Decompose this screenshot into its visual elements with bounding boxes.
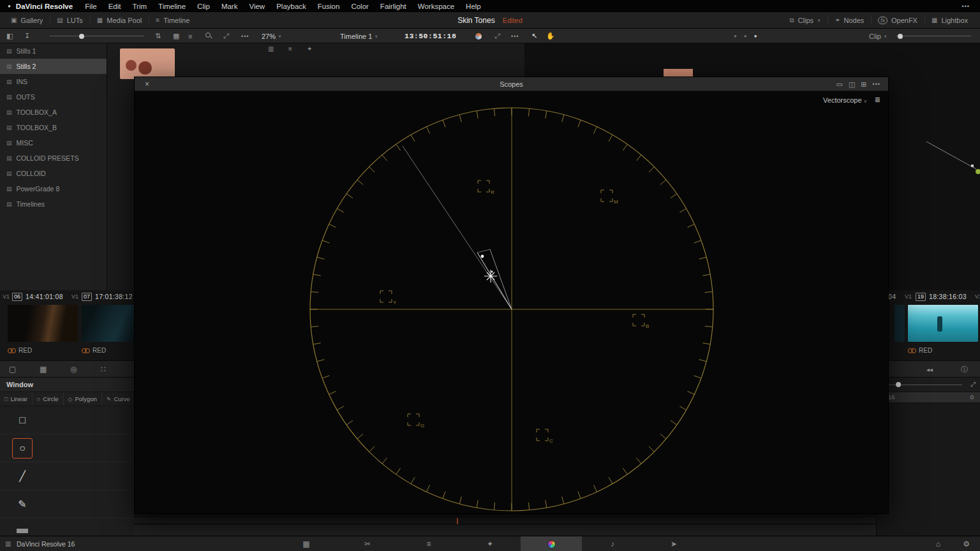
menubar-more-icon[interactable]: •••	[962, 3, 980, 10]
page-deliver[interactable]: ➤	[643, 536, 704, 551]
settings-gear-icon[interactable]: ⚙	[963, 536, 970, 551]
layout-split-icon[interactable]: ◫	[849, 77, 855, 91]
menu-mark[interactable]: Mark	[216, 3, 244, 10]
sidebar-item-timelines[interactable]: ▤Timelines	[0, 196, 107, 212]
grid-view-icon[interactable]: ▦	[173, 29, 179, 43]
grab-still-icon[interactable]: ↧	[24, 29, 30, 43]
sidebar-item-stills-2[interactable]: ▤Stills 2	[0, 59, 107, 74]
scope-mode-select[interactable]: Vectorscope ∨	[823, 96, 867, 104]
sidebar-item-misc[interactable]: ▤MISC	[0, 135, 107, 151]
window-preset-linear[interactable]: □Linear	[0, 392, 33, 406]
sidebar-item-colloid-presets[interactable]: ▤COLLOID PRESETS	[0, 151, 107, 166]
film-strip-icon[interactable]: ▥	[268, 45, 274, 52]
sidebar-item-toolbox-a[interactable]: ▤TOOLBOX_A	[0, 105, 107, 120]
still-thumbnail[interactable]	[120, 48, 175, 79]
window-shape-gradient[interactable]: ╱	[0, 462, 134, 490]
menu-playback[interactable]: Playback	[271, 3, 312, 10]
sidebar-item-toolbox-b[interactable]: ▤TOOLBOX_B	[0, 120, 107, 135]
layout-quad-icon[interactable]: ⊞	[861, 77, 866, 91]
menu-edit[interactable]: Edit	[103, 3, 127, 10]
menu-help[interactable]: Help	[460, 3, 487, 10]
window-shape-circle[interactable]: ○	[0, 434, 134, 462]
expand-icon[interactable]: ⤢	[223, 29, 229, 43]
zoom-select[interactable]: 27%∨	[262, 29, 281, 43]
sidebar-item-colloid[interactable]: ▤COLLOID	[0, 166, 107, 181]
close-icon[interactable]: ×	[145, 77, 149, 91]
grid-tool-icon[interactable]: ▦	[40, 361, 47, 378]
timeline-select[interactable]: Timeline 1∨	[340, 29, 378, 43]
sort-icon[interactable]: ⇅	[155, 29, 161, 43]
viewer-more-icon[interactable]: •••	[511, 29, 519, 43]
window-shape-pen[interactable]: ✎	[0, 490, 134, 518]
track-label: V1	[71, 293, 78, 300]
deliver-page-icon: ➤	[671, 540, 677, 548]
page-fairlight[interactable]: ♪	[582, 536, 643, 551]
qualifier-tool-icon[interactable]: ∷	[101, 361, 106, 378]
metadata-list-icon[interactable]: ≡	[288, 45, 292, 52]
menu-view[interactable]: View	[243, 3, 271, 10]
expand-icon[interactable]: ⤢	[970, 378, 976, 392]
menu-fusion[interactable]: Fusion	[312, 3, 346, 10]
window-preset-circle[interactable]: ○Circle	[33, 392, 64, 406]
menu-workspace[interactable]: Workspace	[412, 3, 460, 10]
link-icon	[82, 348, 90, 353]
list-view-icon[interactable]: ≡	[188, 29, 192, 43]
window-preset-polygon[interactable]: ◇Polygon	[64, 392, 102, 406]
rewind-icon[interactable]: ◂◂	[926, 361, 933, 378]
cursor-tool-icon[interactable]: ↖	[531, 29, 537, 43]
button-openfx[interactable]: fxOpenFX	[871, 12, 924, 28]
page-edit[interactable]: ≡	[398, 536, 459, 551]
slider-handle[interactable]	[898, 34, 903, 39]
clip-zoom-slider[interactable]	[896, 36, 971, 36]
sidebar-item-ins[interactable]: ▤INS	[0, 74, 107, 89]
color-boost-icon[interactable]	[475, 29, 482, 43]
tracker-tool-icon[interactable]: ◎	[70, 361, 77, 378]
clip-thumbnail[interactable]	[908, 305, 978, 342]
page-color[interactable]	[521, 536, 582, 551]
search-icon[interactable]	[205, 29, 212, 43]
sidebar-item-powergrade-8[interactable]: ▤PowerGrade 8	[0, 181, 107, 196]
slider-handle[interactable]	[896, 382, 901, 387]
info-icon[interactable]: ⓘ	[961, 361, 968, 378]
gallery-more-icon[interactable]: •••	[241, 29, 249, 43]
timeline-ruler[interactable]	[0, 518, 980, 524]
page-media[interactable]: ▦	[276, 536, 337, 551]
scopes-more-icon[interactable]: •••	[873, 77, 880, 91]
scope-settings-icon[interactable]: ≣	[875, 96, 880, 104]
clip-thumbnail[interactable]	[8, 305, 78, 342]
button-clips[interactable]: ⧉Clips∨	[782, 12, 828, 28]
scopes-header[interactable]: × Scopes ▭ ◫ ⊞ •••	[135, 77, 888, 91]
hand-tool-icon[interactable]: ✋	[546, 29, 555, 43]
button-label: Lightbox	[941, 17, 968, 24]
button-nodes[interactable]: ⚭Nodes	[828, 12, 871, 28]
playhead-marker[interactable]	[457, 518, 458, 524]
menu-file[interactable]: File	[79, 3, 103, 10]
menu-trim[interactable]: Trim	[126, 3, 152, 10]
button-lightbox[interactable]: ▦Lightbox	[924, 12, 975, 28]
menu-timeline[interactable]: Timeline	[152, 3, 191, 10]
slider-handle[interactable]	[79, 34, 84, 39]
link-icon	[908, 348, 916, 353]
timeline-track[interactable]	[0, 525, 980, 536]
keyframe-ruler[interactable]: 8:16 0	[877, 392, 980, 403]
sidebar-item-stills-1[interactable]: ▤Stills 1	[0, 43, 107, 59]
sidebar-item-outs[interactable]: ▤OUTS	[0, 89, 107, 105]
wand-icon[interactable]: ✦	[307, 45, 312, 52]
page-cut[interactable]: ✂	[337, 536, 398, 551]
page-fusion[interactable]: ✦	[459, 536, 521, 551]
viewer-pagination-dots[interactable]: ●●●	[734, 29, 762, 43]
clip-select[interactable]: Clip∨	[869, 29, 887, 43]
project-manager-icon[interactable]: ⌂	[936, 536, 940, 551]
app-menu-item[interactable]: DaVinci Resolve	[11, 3, 79, 10]
crop-tool-icon[interactable]: ▢	[9, 361, 16, 378]
layout-single-icon[interactable]: ▭	[836, 77, 843, 91]
menu-clip[interactable]: Clip	[191, 3, 216, 10]
sidebar-item-label: TOOLBOX_A	[17, 108, 57, 116]
menu-fairlight[interactable]: Fairlight	[375, 3, 412, 10]
viewer-expand-icon[interactable]: ⤢	[494, 29, 500, 43]
panel-toggle-icon[interactable]: ◧	[6, 29, 13, 43]
menu-color[interactable]: Color	[345, 3, 374, 10]
window-preset-curve[interactable]: ✎Curve	[102, 392, 134, 406]
window-shape-square[interactable]: □	[0, 406, 134, 434]
still-size-slider[interactable]	[50, 36, 144, 36]
